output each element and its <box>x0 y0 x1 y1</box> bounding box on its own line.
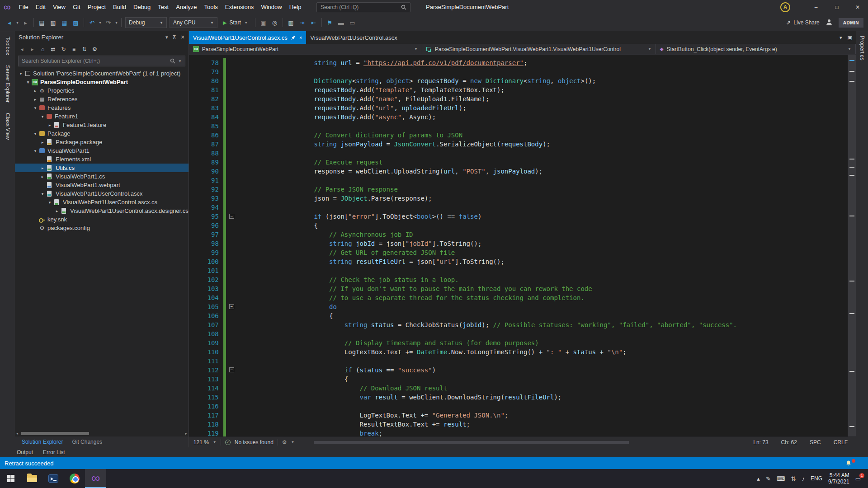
chevron-down-icon[interactable]: ▼ <box>291 440 295 444</box>
back-icon[interactable]: ◂ <box>17 44 27 54</box>
taskbar-clock[interactable]: 5:44 AM 9/7/2021 <box>828 472 849 485</box>
menu-git[interactable]: Git <box>69 0 84 14</box>
live-share-button[interactable]: ⇗ Live Share <box>786 19 819 26</box>
horizontal-scrollbar[interactable] <box>305 441 743 444</box>
code-text[interactable]: requestBody.Add("template", TemplateText… <box>238 85 505 94</box>
line-number[interactable]: 86 <box>189 131 223 140</box>
chrome-icon[interactable] <box>64 469 85 488</box>
close-icon[interactable]: × <box>299 35 302 40</box>
new-project-icon[interactable]: ▤ <box>36 17 47 28</box>
code-line[interactable]: 81 requestBody.Add("template", TemplateT… <box>189 85 848 94</box>
code-line[interactable]: 117 LogTextBox.Text += "Generated JSON.\… <box>189 411 848 420</box>
line-number[interactable]: 107 <box>189 320 223 329</box>
code-text[interactable]: string jsonPayload = JsonConvert.Seriali… <box>238 140 550 149</box>
line-number[interactable]: 108 <box>189 329 223 338</box>
line-number[interactable]: 105 <box>189 302 223 311</box>
code-line[interactable]: 113 { <box>189 375 848 384</box>
code-line[interactable]: 78 string url = "https://api.pdf.co/v1/p… <box>189 58 848 67</box>
quick-search-box[interactable]: Search (Ctrl+Q) <box>316 2 410 12</box>
scroll-right-arrow-icon[interactable]: ▸ <box>185 432 187 436</box>
expander-icon[interactable]: ▾ <box>39 192 46 196</box>
expander-icon[interactable]: ▸ <box>47 123 53 127</box>
line-number[interactable]: 93 <box>189 194 223 203</box>
pen-icon[interactable]: ✎ <box>766 475 771 482</box>
save-all-icon[interactable]: ▩ <box>70 17 81 28</box>
tree-item[interactable]: ▾Feature1 <box>15 112 189 121</box>
menu-help[interactable]: Help <box>286 0 305 14</box>
fold-collapse-button[interactable]: − <box>229 367 234 372</box>
active-files-dropdown-icon[interactable]: ▾ <box>840 35 842 41</box>
line-number[interactable]: 100 <box>189 257 223 266</box>
panel-tab-output[interactable]: Output <box>13 448 37 457</box>
code-text[interactable]: { <box>238 311 333 320</box>
tool-tab-properties[interactable]: Properties <box>859 33 865 63</box>
code-lines[interactable]: 78 string url = "https://api.pdf.co/v1/p… <box>189 55 848 436</box>
minimize-button[interactable]: – <box>806 0 826 14</box>
properties-icon[interactable]: ⚙ <box>90 44 99 54</box>
tree-item[interactable]: key.snk <box>15 215 189 224</box>
line-number[interactable]: 91 <box>189 176 223 185</box>
refresh-icon[interactable]: ↻ <box>59 44 68 54</box>
switch-views-icon[interactable]: ⇄ <box>48 44 58 54</box>
code-line[interactable]: 99 // Get URL of generated JSON file <box>189 248 848 257</box>
line-number[interactable]: 104 <box>189 293 223 302</box>
code-line[interactable]: 114 // Download JSON result <box>189 384 848 393</box>
start-debugging-button[interactable]: ▶ Start ▾ <box>219 17 253 28</box>
show-output-icon[interactable]: ▥ <box>285 17 297 28</box>
settings-gear-icon[interactable]: ⚙ <box>282 439 287 446</box>
code-text[interactable]: // Convert dictionary of params to JSON <box>238 131 462 140</box>
document-health-label[interactable]: No issues found <box>235 439 274 446</box>
code-text[interactable]: // to use a separate thread for the stat… <box>238 293 585 302</box>
code-text[interactable]: Dictionary<string, object> requestBody =… <box>238 76 596 85</box>
code-line[interactable]: 93 json = JObject.Parse(response); <box>189 194 848 203</box>
line-number[interactable]: 102 <box>189 275 223 284</box>
code-line[interactable]: 86 // Convert dictionary of params to JS… <box>189 131 848 140</box>
menu-project[interactable]: Project <box>84 0 109 14</box>
tree-item[interactable]: ▾VisualWebPart1UserControl.ascx.cs <box>15 198 189 206</box>
code-line[interactable]: 118 ResultTextBox.Text += result; <box>189 420 848 429</box>
panel-tab-error-list[interactable]: Error List <box>39 448 69 457</box>
line-number[interactable]: 80 <box>189 76 223 85</box>
code-line[interactable]: 90 response = webClient.UploadString(url… <box>189 167 848 176</box>
code-line[interactable]: 87 string jsonPayload = JsonConvert.Seri… <box>189 140 848 149</box>
tree-item[interactable]: ▸VisualWebPart1.cs <box>15 172 189 181</box>
code-line[interactable]: 119 break; <box>189 429 848 436</box>
tree-item[interactable]: ▸Feature1.feature <box>15 121 189 129</box>
terminal-icon[interactable] <box>42 469 64 488</box>
line-number[interactable]: 112 <box>189 366 223 375</box>
code-text[interactable]: json = JObject.Parse(response); <box>238 194 432 203</box>
code-text[interactable]: // Execute request <box>238 158 382 167</box>
indent-icon[interactable]: ⇥ <box>297 17 308 28</box>
code-text[interactable]: LogTextBox.Text += "Generated JSON.\n"; <box>238 411 508 420</box>
code-text[interactable]: requestBody.Add("name", FileUpload1.File… <box>238 94 489 103</box>
chevron-down-icon[interactable]: ▾ <box>114 17 119 28</box>
tree-item[interactable]: ▾VisualWebPart1 <box>15 146 189 155</box>
line-number[interactable]: 115 <box>189 393 223 402</box>
tree-item[interactable]: Elements.xml <box>15 155 189 164</box>
menu-view[interactable]: View <box>49 0 69 14</box>
line-number[interactable]: 101 <box>189 266 223 275</box>
tree-item[interactable]: ▾Package <box>15 129 189 138</box>
code-text[interactable]: var result = webClient.DownloadString(re… <box>238 393 561 402</box>
code-line[interactable]: 107 string status = CheckJobStatus(jobId… <box>189 320 848 329</box>
fold-collapse-button[interactable]: − <box>229 214 234 219</box>
expander-icon[interactable]: ▾ <box>18 71 24 76</box>
insert-mode-indicator[interactable]: SPC <box>810 439 821 446</box>
volume-icon[interactable]: ♪ <box>802 475 805 482</box>
expander-icon[interactable]: ▾ <box>32 131 38 136</box>
expander-icon[interactable]: ▸ <box>32 89 38 93</box>
tool-tab-server-explorer[interactable]: Server Explorer <box>5 62 11 105</box>
chevron-down-icon[interactable]: ▾ <box>15 17 20 28</box>
code-line[interactable]: 116 <box>189 402 848 411</box>
tree-item[interactable]: VisualWebPart1.webpart <box>15 181 189 189</box>
code-line[interactable]: 108 <box>189 329 848 338</box>
code-text[interactable]: // Check the job status in a loop. <box>238 275 459 284</box>
code-line[interactable]: 96 { <box>189 221 848 230</box>
sync-with-active-document-icon[interactable]: ⇅ <box>80 44 89 54</box>
solution-configurations-dropdown[interactable]: Debug ▼ <box>125 17 167 28</box>
chevron-down-icon[interactable]: ▼ <box>213 440 217 444</box>
maximize-button[interactable]: □ <box>826 0 847 14</box>
home-icon[interactable]: ⌂ <box>38 44 47 54</box>
line-number[interactable]: 98 <box>189 239 223 248</box>
close-icon[interactable]: ✕ <box>181 34 185 40</box>
